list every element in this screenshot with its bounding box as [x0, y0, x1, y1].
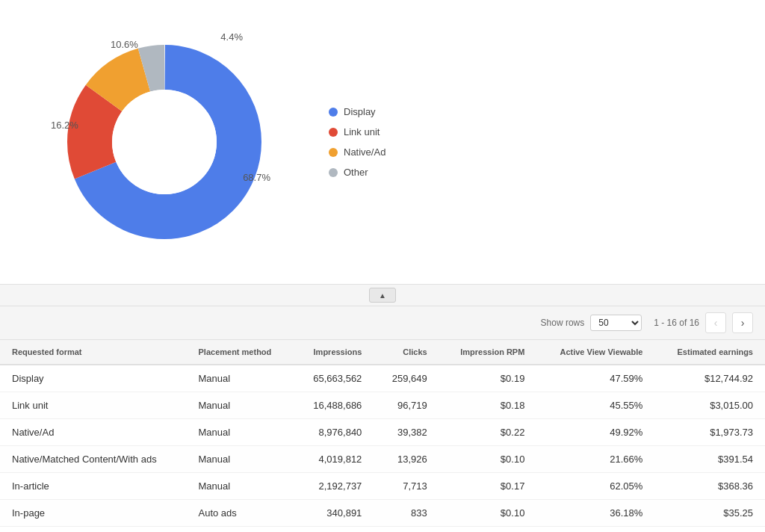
legend-label-nativead: Native/Ad — [344, 146, 385, 158]
legend-label-linkunit: Link unit — [344, 126, 380, 137]
collapse-handle: ▲ — [0, 284, 765, 306]
cell-estimated_earnings: $391.54 — [654, 446, 765, 473]
cell-impression_rpm: $0.22 — [439, 419, 537, 446]
cell-impression_rpm: $0.10 — [439, 446, 537, 473]
legend-item-linkunit: Link unit — [329, 126, 385, 137]
cell-impression_rpm: $0.19 — [439, 365, 537, 392]
cell-active_view_viewable: 47.59% — [536, 365, 654, 392]
cell-placement_method: Auto ads — [187, 527, 294, 533]
donut-svg — [45, 22, 284, 262]
cell-clicks: 259,649 — [374, 365, 439, 392]
cell-active_view_viewable: 21.66% — [536, 446, 654, 473]
cell-requested_format: In-page — [0, 500, 187, 527]
cell-impression_rpm: $0.17 — [439, 473, 537, 500]
pagination-info: 1 - 16 of 16 — [654, 318, 699, 328]
legend-label-display: Display — [344, 106, 376, 117]
legend-dot-other — [329, 168, 338, 177]
cell-requested_format: Display — [0, 365, 187, 392]
cell-impression_rpm: $0.04 — [439, 527, 537, 533]
table-header: Requested format Placement method Impres… — [0, 340, 765, 365]
col-header-impression-rpm: Impression RPM — [439, 340, 537, 365]
legend-dot-display — [329, 108, 338, 117]
cell-impression_rpm: $0.18 — [439, 392, 537, 419]
cell-impressions: 397,631 — [294, 527, 374, 533]
col-header-estimated-earnings: Estimated earnings — [654, 340, 765, 365]
cell-impressions: 340,891 — [294, 500, 374, 527]
cell-active_view_viewable: 36.18% — [536, 500, 654, 527]
cell-requested_format: In-article — [0, 473, 187, 500]
cell-clicks: 284 — [374, 527, 439, 533]
cell-requested_format: Link unit — [0, 392, 187, 419]
cell-placement_method: Manual — [187, 365, 294, 392]
page-container: 68.7% 16.2% 10.6% 4.4% Display Link unit… — [0, 0, 765, 532]
table-row: In-articleManual2,192,7377,713$0.1762.05… — [0, 473, 765, 500]
col-header-impressions: Impressions — [294, 340, 374, 365]
cell-clicks: 7,713 — [374, 473, 439, 500]
cell-estimated_earnings: $368.36 — [654, 473, 765, 500]
cell-placement_method: Auto ads — [187, 500, 294, 527]
chart-legend: Display Link unit Native/Ad Other — [329, 106, 385, 178]
legend-item-other: Other — [329, 167, 385, 178]
table-row: DisplayAuto ads397,631284$0.0466.00%$15.… — [0, 527, 765, 533]
legend-label-other: Other — [344, 167, 368, 178]
cell-requested_format: Display — [0, 527, 187, 533]
cell-estimated_earnings: $12,744.92 — [654, 365, 765, 392]
cell-estimated_earnings: $35.25 — [654, 500, 765, 527]
legend-dot-linkunit — [329, 128, 338, 137]
cell-placement_method: Manual — [187, 473, 294, 500]
cell-impressions: 8,976,840 — [294, 419, 374, 446]
collapse-button[interactable]: ▲ — [369, 288, 396, 303]
donut-hole — [112, 90, 217, 194]
table-row: Link unitManual16,488,68696,719$0.1845.5… — [0, 392, 765, 419]
prev-page-button[interactable]: ‹ — [705, 312, 726, 333]
cell-estimated_earnings: $1,973.73 — [654, 419, 765, 446]
legend-dot-nativead — [329, 148, 338, 157]
cell-impression_rpm: $0.10 — [439, 500, 537, 527]
col-header-clicks: Clicks — [374, 340, 439, 365]
cell-active_view_viewable: 66.00% — [536, 527, 654, 533]
cell-requested_format: Native/Ad — [0, 419, 187, 446]
table-section: Show rows 50 25 100 1 - 16 of 16 ‹ › Req… — [0, 306, 765, 532]
cell-impressions: 4,019,812 — [294, 446, 374, 473]
cell-active_view_viewable: 49.92% — [536, 419, 654, 446]
legend-item-display: Display — [329, 106, 385, 117]
cell-placement_method: Manual — [187, 392, 294, 419]
cell-placement_method: Manual — [187, 446, 294, 473]
cell-clicks: 833 — [374, 500, 439, 527]
table-toolbar: Show rows 50 25 100 1 - 16 of 16 ‹ › — [0, 306, 765, 340]
cell-active_view_viewable: 45.55% — [536, 392, 654, 419]
table-body: DisplayManual65,663,562259,649$0.1947.59… — [0, 365, 765, 532]
donut-chart: 68.7% 16.2% 10.6% 4.4% — [45, 22, 284, 262]
col-header-placement-method: Placement method — [187, 340, 294, 365]
cell-clicks: 39,382 — [374, 419, 439, 446]
cell-estimated_earnings: $15.00 — [654, 527, 765, 533]
cell-estimated_earnings: $3,015.00 — [654, 392, 765, 419]
cell-impressions: 16,488,686 — [294, 392, 374, 419]
table-row: Native/AdManual8,976,84039,382$0.2249.92… — [0, 419, 765, 446]
data-table: Requested format Placement method Impres… — [0, 340, 765, 532]
col-header-requested-format: Requested format — [0, 340, 187, 365]
table-header-row: Requested format Placement method Impres… — [0, 340, 765, 365]
rows-per-page-select[interactable]: 50 25 100 — [590, 315, 642, 331]
col-header-active-view: Active View Viewable — [536, 340, 654, 365]
chart-section: 68.7% 16.2% 10.6% 4.4% Display Link unit… — [0, 0, 765, 284]
cell-clicks: 96,719 — [374, 392, 439, 419]
cell-impressions: 2,192,737 — [294, 473, 374, 500]
next-page-button[interactable]: › — [732, 312, 753, 333]
cell-requested_format: Native/Matched Content/With ads — [0, 446, 187, 473]
cell-clicks: 13,926 — [374, 446, 439, 473]
cell-placement_method: Manual — [187, 419, 294, 446]
table-row: Native/Matched Content/With adsManual4,0… — [0, 446, 765, 473]
table-row: In-pageAuto ads340,891833$0.1036.18%$35.… — [0, 500, 765, 527]
show-rows-label: Show rows — [541, 318, 585, 328]
cell-active_view_viewable: 62.05% — [536, 473, 654, 500]
legend-item-nativead: Native/Ad — [329, 146, 385, 158]
table-row: DisplayManual65,663,562259,649$0.1947.59… — [0, 365, 765, 392]
cell-impressions: 65,663,562 — [294, 365, 374, 392]
